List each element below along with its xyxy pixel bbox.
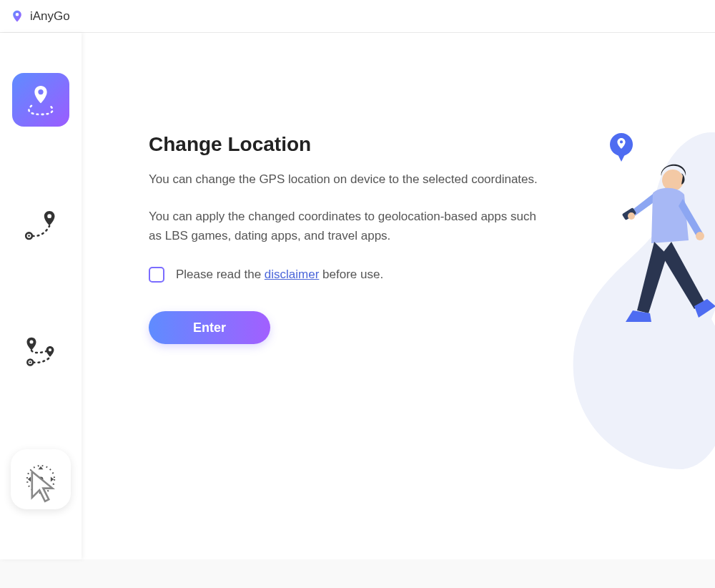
disclaimer-link[interactable]: disclaimer <box>265 268 320 281</box>
disclaimer-suffix: before use. <box>319 268 383 281</box>
svg-point-10 <box>696 232 704 240</box>
app-logo-icon <box>10 9 24 24</box>
disclaimer-text: Please read the disclaimer before use. <box>176 268 383 282</box>
svg-point-9 <box>628 212 635 220</box>
page-title: Change Location <box>149 133 679 156</box>
description-2: You can apply the changed coordinates to… <box>149 207 549 245</box>
single-spot-nav[interactable] <box>12 198 69 252</box>
pin-area-icon <box>22 83 59 117</box>
main-content: Change Location You can change the GPS l… <box>82 33 715 559</box>
logo: iAnyGo <box>10 9 70 24</box>
route-single-icon <box>22 208 59 242</box>
change-location-nav[interactable] <box>12 73 69 127</box>
walking-person-illustration <box>568 126 715 476</box>
svg-rect-8 <box>622 207 637 220</box>
joystick-nav[interactable] <box>11 449 71 509</box>
header-bar: iAnyGo <box>0 0 715 33</box>
app-title: iAnyGo <box>30 9 70 24</box>
sidebar <box>0 33 82 559</box>
disclaimer-prefix: Please read the <box>176 268 265 281</box>
cursor-icon <box>26 468 64 505</box>
route-multi-icon <box>22 333 59 368</box>
disclaimer-row: Please read the disclaimer before use. <box>149 267 679 283</box>
svg-point-1 <box>28 235 30 237</box>
multi-spot-nav[interactable] <box>12 323 69 377</box>
body-area: Change Location You can change the GPS l… <box>0 33 715 559</box>
disclaimer-checkbox[interactable] <box>149 267 164 283</box>
app-window: iAnyGo <box>0 0 715 559</box>
enter-button[interactable]: Enter <box>149 311 270 344</box>
svg-point-3 <box>29 361 31 363</box>
svg-point-7 <box>662 170 684 191</box>
description-1: You can change the GPS location on devic… <box>149 170 549 189</box>
